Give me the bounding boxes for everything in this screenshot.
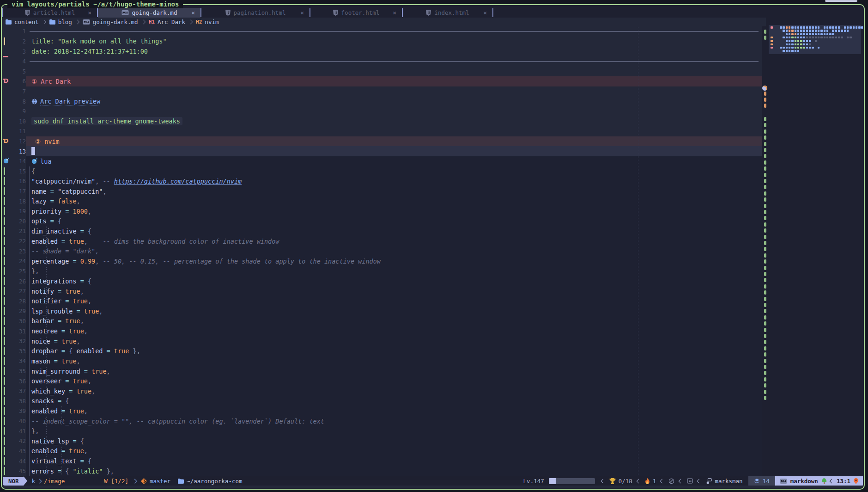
editor-line-7[interactable]: 7 bbox=[2, 86, 762, 97]
code-token: "catppuccin/nvim" bbox=[31, 178, 95, 185]
code-token: true bbox=[69, 238, 84, 245]
tab-close-icon[interactable]: × bbox=[393, 9, 396, 16]
minimap-dot bbox=[783, 50, 785, 52]
minimap[interactable] bbox=[769, 19, 863, 476]
satellite-mark bbox=[764, 278, 766, 282]
editor-line-39[interactable]: 39 enabled = true, bbox=[2, 406, 762, 416]
editor-line-11[interactable]: 11 bbox=[2, 126, 762, 136]
editor-line-33[interactable]: 33 dropbar = { enabled = true }, bbox=[2, 346, 762, 357]
tab-label: index.html bbox=[434, 9, 469, 16]
editor-line-26[interactable]: 26 integrations = { bbox=[2, 276, 762, 286]
editor-line-23[interactable]: 23 -- shade = "dark", bbox=[2, 246, 762, 256]
terminal-scrollbar-thumb[interactable] bbox=[825, 0, 857, 2]
code-fence-label: lua bbox=[31, 158, 51, 165]
editor-buffer[interactable]: 12title: "Dark mode on all the things"3d… bbox=[2, 26, 762, 476]
editor-line-3[interactable]: 3date: 2018-12-24T13:21:37+11:00 bbox=[2, 46, 762, 56]
code-token: , bbox=[84, 407, 88, 415]
tab-close-icon[interactable]: × bbox=[88, 9, 91, 16]
line-text: neotree = true, bbox=[26, 327, 88, 335]
url-link[interactable]: https://github.com/catppuccin/nvim bbox=[114, 178, 242, 185]
git-change-sign bbox=[4, 37, 5, 45]
breadcrumb-item-content[interactable]: content bbox=[6, 18, 39, 25]
tab-close-icon[interactable]: × bbox=[191, 9, 195, 16]
cursorline-band bbox=[26, 146, 762, 156]
editor-line-41[interactable]: 41 }, bbox=[2, 426, 762, 436]
editor-line-42[interactable]: 42 native_lsp = { bbox=[2, 436, 762, 446]
editor-line-44[interactable]: 44 virtual_text = { bbox=[2, 456, 762, 466]
editor-line-37[interactable]: 37 which_key = true, bbox=[2, 386, 762, 396]
filetype-segment[interactable]: markdown13:1 bbox=[775, 476, 863, 486]
editor-line-35[interactable]: 35 nvim_surround = true, bbox=[2, 366, 762, 376]
code-token: true bbox=[65, 317, 80, 325]
minimap-dot bbox=[838, 26, 840, 29]
editor-line-31[interactable]: 31 neotree = true, bbox=[2, 326, 762, 336]
notifications-off[interactable] bbox=[668, 478, 674, 484]
tab-footer.html[interactable]: footer.html× bbox=[310, 8, 402, 18]
minimap-dot bbox=[820, 33, 823, 36]
sign-column bbox=[2, 146, 14, 156]
sign-column bbox=[2, 286, 14, 296]
editor-line-34[interactable]: 34 mason = true, bbox=[2, 356, 762, 366]
h2-heading: ② nvim bbox=[35, 138, 60, 145]
git-branch[interactable]: master bbox=[141, 478, 170, 485]
editor-line-6[interactable]: Ɗ6① Arc Dark bbox=[2, 76, 762, 86]
breadcrumb-item-going-dark.md[interactable]: going-dark.md bbox=[83, 18, 138, 25]
line-text: percentage = 0.99, -- 50, -- 0.15, -- pe… bbox=[26, 258, 381, 265]
tab-index.html[interactable]: index.html× bbox=[403, 8, 492, 18]
tab-close-icon[interactable]: × bbox=[300, 9, 304, 16]
satellite-mark bbox=[764, 166, 766, 171]
editor-line-40[interactable]: 40 -- indent_scope_color = "", -- catppu… bbox=[2, 416, 762, 426]
breadcrumb-item-Arc Dark[interactable]: H1Arc Dark bbox=[149, 18, 185, 25]
editor-line-1[interactable]: 1 bbox=[2, 26, 762, 37]
tab-close-icon[interactable]: × bbox=[483, 9, 487, 16]
editor-line-12[interactable]: Ɗ12② nvim bbox=[2, 136, 762, 147]
editor-line-28[interactable]: 28 notifier = true, bbox=[2, 296, 762, 306]
minimap-dot bbox=[815, 37, 817, 39]
editor-line-19[interactable]: 19 priority = 1000, bbox=[2, 206, 762, 216]
editor-line-17[interactable]: 17 name = "catppuccin", bbox=[2, 186, 762, 197]
satellite-mark bbox=[764, 173, 766, 177]
sign-column bbox=[2, 336, 14, 346]
editor-line-9[interactable]: 9 bbox=[2, 106, 762, 117]
editor-line-24[interactable]: 24 percentage = 0.99, -- 50, -- 0.15, --… bbox=[2, 256, 762, 266]
minimap-dot bbox=[800, 40, 802, 42]
breadcrumb-item-nvim[interactable]: H2nvim bbox=[196, 18, 219, 25]
editor-line-10[interactable]: 10sudo dnf install arc-theme gnome-tweak… bbox=[2, 116, 762, 126]
line-number: 3 bbox=[14, 48, 26, 55]
editor-line-22[interactable]: 22 enabled = true, -- dims the backgroun… bbox=[2, 236, 762, 246]
editor-line-25[interactable]: 25 }, bbox=[2, 266, 762, 277]
editor-line-8[interactable]: 8Arc Dark preview bbox=[2, 96, 762, 106]
markdown-link[interactable]: Arc Dark preview bbox=[40, 98, 100, 105]
minimap-dot bbox=[815, 33, 817, 36]
tab-article.html[interactable]: article.html× bbox=[3, 8, 97, 18]
minimap-dot bbox=[844, 26, 846, 29]
editor-line-4[interactable]: 4 bbox=[2, 56, 762, 67]
satellite-mark bbox=[764, 377, 766, 381]
editor-line-16[interactable]: 16 "catppuccin/nvim", -- https://github.… bbox=[2, 176, 762, 186]
editor-line-5[interactable]: 5 bbox=[2, 66, 762, 76]
line-number: 27 bbox=[14, 288, 26, 295]
editor-line-43[interactable]: 43 enabled = true, bbox=[2, 446, 762, 456]
satellite-scrollbar[interactable] bbox=[762, 26, 769, 476]
editor-line-18[interactable]: 18 lazy = false, bbox=[2, 196, 762, 206]
editor-line-38[interactable]: 38 snacks = { bbox=[2, 396, 762, 406]
editor-line-15[interactable]: 15 { bbox=[2, 166, 762, 177]
tab-going-dark.md[interactable]: going-dark.md× bbox=[98, 8, 200, 18]
editor-line-27[interactable]: 27 notify = true, bbox=[2, 286, 762, 296]
editor-line-30[interactable]: 30 barbar = true, bbox=[2, 316, 762, 326]
editor-line-2[interactable]: 2title: "Dark mode on all the things" bbox=[2, 37, 762, 47]
code-token: }, bbox=[31, 427, 39, 435]
editor-line-13[interactable]: 13 bbox=[2, 146, 762, 156]
editor-line-29[interactable]: 29 lsp_trouble = true, bbox=[2, 306, 762, 316]
editor-line-21[interactable]: 21 dim_inactive = { bbox=[2, 226, 762, 236]
windows-indicator[interactable] bbox=[687, 478, 693, 484]
editor-line-20[interactable]: 20 opts = { bbox=[2, 216, 762, 227]
editor-line-32[interactable]: 32 noice = true, bbox=[2, 336, 762, 346]
sign-column bbox=[2, 46, 14, 56]
editor-line-45[interactable]: 45 errors = { "italic" }, bbox=[2, 466, 762, 476]
editor-line-36[interactable]: 36 overseer = true, bbox=[2, 376, 762, 386]
tab-pagination.html[interactable]: pagination.html× bbox=[201, 8, 310, 18]
breadcrumb-item-blog[interactable]: blog bbox=[49, 18, 72, 25]
satellite-mark bbox=[764, 30, 766, 34]
editor-line-14[interactable]: 14lua bbox=[2, 156, 762, 166]
